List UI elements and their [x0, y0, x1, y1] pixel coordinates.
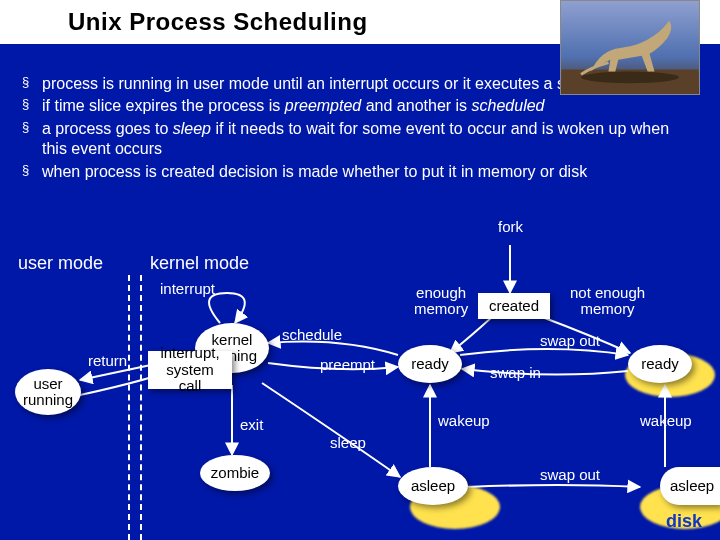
state-asleep-disk: asleep	[660, 467, 720, 505]
edge-enough-memory: enoughmemory	[414, 285, 468, 317]
edge-preempt: preempt	[320, 357, 375, 373]
state-asleep-mem: asleep	[398, 467, 468, 505]
user-mode-label: user mode	[18, 253, 103, 274]
bullet-text: a process goes to sleep if it needs to w…	[42, 119, 698, 160]
disk-label: disk	[666, 511, 702, 532]
edge-return: return	[88, 353, 127, 369]
edge-schedule: schedule	[282, 327, 342, 343]
edge-exit: exit	[240, 417, 263, 433]
edge-swap-out-bot: swap out	[540, 467, 600, 483]
state-zombie: zombie	[200, 455, 270, 491]
state-diagram: user mode kernel mode	[0, 245, 720, 540]
bullet-item: § a process goes to sleep if it needs to…	[22, 119, 698, 160]
svg-point-1	[581, 71, 679, 83]
mode-divider-2	[140, 275, 142, 540]
edge-wakeup-right: wakeup	[640, 413, 692, 429]
bullet-marker: §	[22, 119, 42, 160]
box-interrupt-syscall: interrupt,system call	[148, 351, 232, 389]
edge-swap-out-top: swap out	[540, 333, 600, 349]
edge-wakeup-left: wakeup	[438, 413, 490, 429]
title-text: Unix Process Scheduling	[68, 8, 368, 35]
bullet-text: when process is created decision is made…	[42, 162, 698, 182]
edge-fork: fork	[498, 219, 523, 235]
edge-sleep: sleep	[330, 435, 366, 451]
bullet-item: § if time slice expires the process is p…	[22, 96, 698, 116]
state-ready-mem: ready	[398, 345, 462, 383]
bullet-marker: §	[22, 162, 42, 182]
bullet-item: § when process is created decision is ma…	[22, 162, 698, 182]
state-created: created	[478, 293, 550, 319]
edge-interrupt: interrupt	[160, 281, 215, 297]
state-user-running: userrunning	[15, 369, 81, 415]
edge-not-enough-memory: not enoughmemory	[570, 285, 645, 317]
dinosaur-image	[560, 0, 700, 95]
edge-swap-in: swap in	[490, 365, 541, 381]
bullet-marker: §	[22, 96, 42, 116]
mode-divider-1	[128, 275, 130, 540]
bullet-text: if time slice expires the process is pre…	[42, 96, 698, 116]
state-ready-disk: ready	[628, 345, 692, 383]
bullet-marker: §	[22, 74, 42, 94]
kernel-mode-label: kernel mode	[150, 253, 249, 274]
